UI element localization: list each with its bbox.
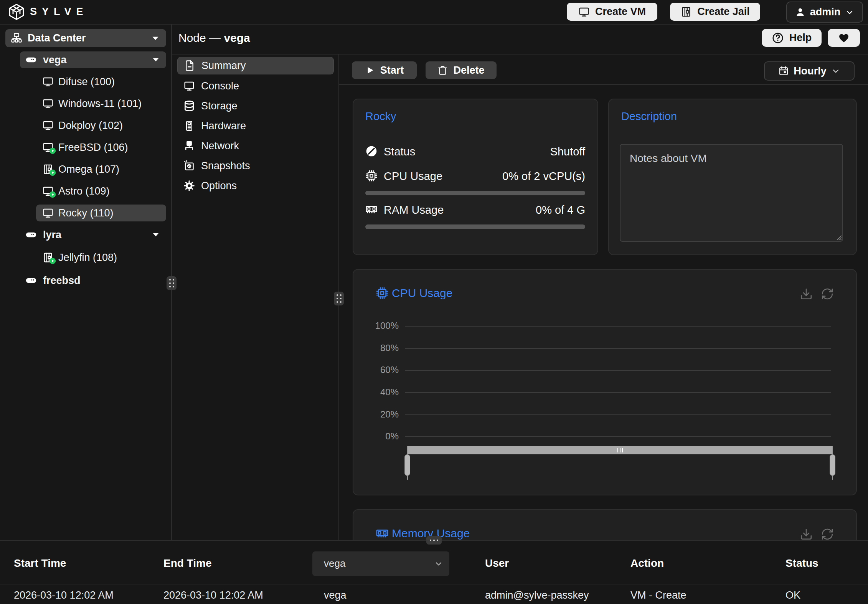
database-icon [183, 100, 195, 112]
chevron-down-icon [845, 8, 854, 17]
download-icon[interactable] [800, 528, 813, 541]
download-icon[interactable] [800, 287, 813, 300]
stat-value: Shutoff [550, 145, 585, 158]
activity-panel: Start TimeEnd TimevegaUserActionStatus 2… [0, 540, 868, 604]
tree-item-rocky-110[interactable]: Rocky (110) [0, 205, 172, 221]
tree-item-label: lyra [43, 229, 61, 241]
column-header: Action [630, 557, 664, 569]
tree-item-freebsd-106[interactable]: FreeBSD (106) [0, 139, 172, 156]
question-icon [772, 32, 784, 44]
resize-corner-icon[interactable] [834, 233, 842, 241]
tree-item-label: Omega (107) [58, 163, 119, 175]
user-menu-button[interactable]: admin [786, 2, 863, 23]
tree-item-freebsd[interactable]: freebsd [0, 272, 172, 289]
tab-label: Network [201, 140, 239, 152]
help-button[interactable]: Help [762, 29, 822, 47]
y-axis-tick: 80% [368, 343, 399, 353]
table-cell: VM - Create [630, 589, 686, 601]
vm-icon [42, 76, 54, 87]
node-filter-value: vega [324, 558, 345, 569]
interval-dropdown[interactable]: Hourly [764, 61, 855, 81]
user-icon [795, 7, 805, 17]
tree-item-lyra[interactable]: lyra [0, 226, 172, 243]
play-icon [365, 65, 375, 75]
create-jail-button[interactable]: Create Jail [670, 3, 760, 21]
delete-label: Delete [453, 64, 484, 76]
tab-summary[interactable]: Summary [177, 57, 334, 74]
vm-notes-textarea[interactable] [620, 144, 843, 242]
ram-icon [376, 527, 389, 540]
stat-value: 0% of 2 vCPU(s) [502, 170, 585, 183]
node-name: vega [224, 31, 250, 44]
submenu-resize-handle[interactable] [334, 292, 344, 305]
start-vm-button[interactable]: Start [352, 61, 417, 79]
trash-icon [437, 65, 448, 76]
progress-bar [365, 224, 585, 229]
running-badge [49, 169, 56, 176]
vm-icon [42, 120, 54, 131]
table-cell: admin@sylve-passkey [485, 589, 589, 601]
sylve-logo-icon [8, 3, 25, 21]
tab-storage[interactable]: Storage [177, 97, 333, 114]
tree-item-omega-107[interactable]: Omega (107) [0, 161, 172, 178]
tree-item-astro-109[interactable]: Astro (109) [0, 183, 172, 200]
help-label: Help [789, 32, 812, 44]
zoom-handle-left[interactable] [404, 454, 410, 476]
hardware-icon [183, 120, 195, 132]
stat-label: CPU Usage [384, 170, 442, 183]
y-axis-tick: 0% [368, 431, 399, 442]
chart-zoom-slider[interactable] [408, 446, 833, 454]
column-header: User [485, 557, 509, 569]
zoom-slider-grip[interactable] [617, 448, 623, 452]
vm-icon [42, 207, 54, 219]
jail-icon [680, 6, 692, 18]
network-icon [183, 140, 195, 152]
zoom-handle-right[interactable] [830, 454, 835, 476]
running-badge [49, 257, 56, 264]
sidebar-resize-handle[interactable] [167, 276, 177, 290]
tree-item-dokploy-102[interactable]: Dokploy (102) [0, 117, 172, 134]
node-label: Node — [178, 31, 221, 44]
tree-item-windows-11-101[interactable]: Windows-11 (101) [0, 95, 172, 112]
tab-label: Snapshots [201, 160, 250, 172]
cpu-chart-title: CPU Usage [392, 287, 452, 300]
running-badge [49, 191, 56, 198]
ram-icon [365, 203, 378, 216]
tree-item-label: freebsd [43, 275, 81, 287]
caret-down-icon [150, 33, 160, 43]
tab-snapshots[interactable]: Snapshots [177, 157, 333, 174]
create-vm-label: Create VM [595, 6, 646, 18]
tree-item-difuse-100[interactable]: Difuse (100) [0, 73, 172, 90]
tree-item-label: Jellyfin (108) [58, 252, 117, 264]
tree-item-jellyfin-108[interactable]: Jellyfin (108) [0, 249, 172, 266]
vm-status-card: Rocky StatusShutoffCPU Usage0% of 2 vCPU… [353, 99, 598, 255]
create-vm-button[interactable]: Create VM [567, 3, 657, 21]
tree-item-label: Difuse (100) [58, 76, 115, 88]
panel-resize-handle[interactable] [426, 536, 442, 545]
refresh-icon[interactable] [821, 287, 834, 300]
tab-hardware[interactable]: Hardware [177, 117, 333, 134]
tab-console[interactable]: Console [177, 78, 333, 94]
datacenter-dropdown[interactable]: Data Center [5, 29, 166, 47]
description-title: Description [621, 110, 677, 123]
tree-item-label: Windows-11 (101) [58, 98, 142, 110]
actionbar-divider [339, 84, 868, 85]
user-label: admin [810, 6, 841, 18]
header-divider [172, 54, 868, 54]
stat-label: RAM Usage [384, 204, 444, 216]
y-axis-tick: 100% [368, 320, 399, 331]
refresh-icon[interactable] [821, 528, 834, 541]
tab-label: Summary [201, 60, 246, 72]
gridline [405, 392, 831, 393]
caret-down-icon [151, 230, 160, 239]
calendar-icon [778, 66, 789, 76]
tab-options[interactable]: Options [177, 177, 333, 194]
tree-item-label: Dokploy (102) [58, 120, 123, 132]
tab-network[interactable]: Network [177, 137, 333, 154]
tree-item-label: Rocky (110) [58, 207, 114, 219]
favorite-button[interactable] [828, 29, 860, 47]
tree-item-vega[interactable]: vega [0, 51, 172, 68]
delete-vm-button[interactable]: Delete [426, 61, 497, 79]
table-divider [0, 584, 868, 584]
node-filter-select[interactable]: vega [312, 551, 449, 576]
